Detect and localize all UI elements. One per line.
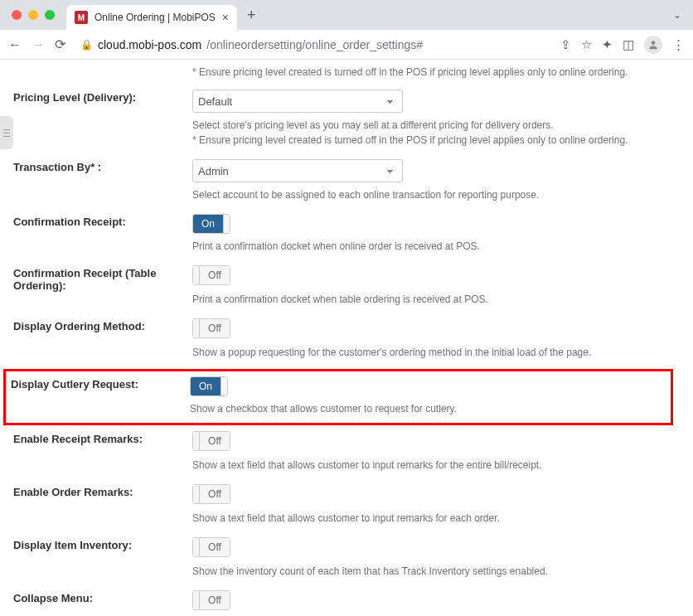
setting-confirmation-receipt-table: Confirmation Receipt (Table Ordering): O…: [8, 265, 668, 307]
share-icon[interactable]: ⇪: [560, 37, 571, 52]
helper-text: Show a checkbox that allows customer to …: [190, 401, 666, 416]
collapse-menu-toggle[interactable]: On Off: [192, 590, 230, 610]
display-item-inventory-toggle[interactable]: On Off: [192, 537, 230, 557]
display-ordering-method-toggle[interactable]: On Off: [192, 318, 230, 338]
enable-receipt-remarks-toggle[interactable]: On Off: [192, 431, 230, 451]
reload-button[interactable]: ⟳: [55, 36, 65, 52]
helper-text: Show the inventory count of each item th…: [192, 564, 668, 579]
menu-icon[interactable]: ⋮: [672, 37, 685, 52]
setting-confirmation-receipt: Confirmation Receipt: On Off Print a con…: [8, 214, 668, 254]
setting-label: Enable Order Remarks:: [13, 484, 192, 526]
setting-label: Collapse Menu:: [13, 590, 192, 616]
bookmark-icon[interactable]: ☆: [581, 37, 592, 52]
setting-enable-order-remarks: Enable Order Remarks: On Off Show a text…: [8, 484, 668, 526]
svg-point-0: [652, 41, 656, 45]
setting-display-ordering-method: Display Ordering Method: On Off Show a p…: [8, 318, 668, 360]
transaction-by-select[interactable]: Admin: [192, 159, 403, 182]
window-controls: [7, 10, 60, 20]
url-path: /onlineordersetting/online_order_setting…: [206, 38, 423, 51]
enable-order-remarks-toggle[interactable]: On Off: [192, 484, 230, 504]
confirmation-receipt-toggle[interactable]: On Off: [192, 214, 230, 234]
tab-strip: M Online Ordering | MobiPOS × + ⌄: [0, 0, 693, 30]
setting-label: Display Ordering Method:: [13, 318, 192, 360]
helper-text: Show a popup requesting for the customer…: [192, 345, 668, 360]
url-host: cloud.mobi-pos.com: [98, 38, 201, 51]
setting-label: Confirmation Receipt:: [13, 214, 192, 254]
close-tab-icon[interactable]: ×: [222, 11, 229, 24]
favicon-icon: M: [75, 11, 88, 24]
lock-icon: 🔒: [80, 39, 93, 51]
setting-pricing-delivery: Pricing Level (Delivery): Default Select…: [8, 90, 668, 148]
helper-text: Show a text field that allows customer t…: [192, 511, 668, 526]
setting-label: Display Item Inventory:: [13, 537, 192, 579]
sidepanel-icon[interactable]: ◫: [623, 37, 634, 52]
setting-display-item-inventory: Display Item Inventory: On Off Show the …: [8, 537, 668, 579]
setting-label: Transaction By* :: [13, 159, 192, 202]
helper-text: Print a confirmation docket when table o…: [192, 292, 668, 307]
chevron-down-icon[interactable]: ⌄: [673, 9, 686, 21]
forward-button: →: [32, 37, 45, 52]
settings-content: * Ensure pricing level created is turned…: [0, 60, 693, 616]
helper-text: Show a text field that allows customer t…: [192, 458, 668, 473]
confirmation-receipt-table-toggle[interactable]: On Off: [192, 265, 230, 285]
setting-label: Display Cutlery Request:: [11, 376, 190, 416]
setting-label: Confirmation Receipt (Table Ordering):: [13, 265, 192, 307]
person-icon: [647, 39, 659, 51]
setting-label: Enable Receipt Remarks:: [13, 431, 192, 473]
browser-toolbar: ← → ⟳ 🔒 cloud.mobi-pos.com/onlineorderse…: [0, 30, 693, 60]
helper-text: Select account to be assigned to each on…: [192, 187, 668, 202]
new-tab-button[interactable]: +: [244, 7, 259, 24]
back-button[interactable]: ←: [8, 37, 22, 52]
top-helper-text: * Ensure pricing level created is turned…: [192, 66, 668, 78]
setting-display-cutlery: Display Cutlery Request: On Off Show a c…: [6, 371, 671, 423]
browser-chrome: M Online Ordering | MobiPOS × + ⌄ ← → ⟳ …: [0, 0, 693, 60]
profile-avatar[interactable]: [644, 36, 662, 54]
minimize-window-button[interactable]: [28, 10, 38, 20]
close-window-button[interactable]: [12, 10, 22, 20]
browser-tab[interactable]: M Online Ordering | MobiPOS ×: [66, 5, 237, 30]
helper-text: Select store's pricing level as you may …: [192, 118, 668, 148]
display-cutlery-toggle[interactable]: On Off: [190, 376, 228, 396]
extensions-icon[interactable]: ✦: [602, 37, 613, 52]
address-bar[interactable]: 🔒 cloud.mobi-pos.com/onlineordersetting/…: [80, 38, 423, 51]
helper-text: Print a confirmation docket when online …: [192, 239, 668, 254]
tab-title: Online Ordering | MobiPOS: [94, 12, 216, 23]
maximize-window-button[interactable]: [45, 10, 55, 20]
setting-enable-receipt-remarks: Enable Receipt Remarks: On Off Show a te…: [8, 431, 668, 473]
setting-collapse-menu: Collapse Menu: On Off Enable collapsing …: [8, 590, 668, 616]
setting-label: Pricing Level (Delivery):: [13, 90, 192, 148]
pricing-delivery-select[interactable]: Default: [192, 90, 403, 113]
setting-transaction-by: Transaction By* : Admin Select account t…: [8, 159, 668, 202]
